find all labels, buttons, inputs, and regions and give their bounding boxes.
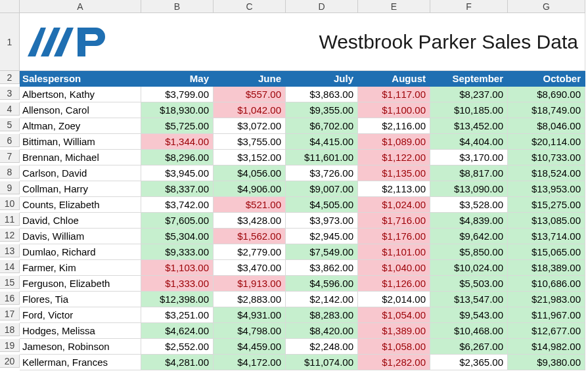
data-cell[interactable]: $3,152.00	[214, 150, 286, 165]
row-header-18[interactable]: 18	[0, 323, 20, 336]
data-cell[interactable]: $3,863.00	[286, 87, 358, 102]
row-header-20[interactable]: 20	[0, 355, 20, 368]
salesperson-cell[interactable]: Jameson, Robinson	[20, 339, 141, 355]
row-header-1[interactable]: 1	[0, 13, 20, 71]
data-cell[interactable]: $1,122.00	[358, 150, 430, 165]
data-cell[interactable]: $3,428.00	[214, 213, 286, 229]
data-cell[interactable]: $4,404.00	[430, 134, 508, 150]
data-cell[interactable]: $1,176.00	[358, 229, 430, 244]
data-cell[interactable]: $11,967.00	[508, 307, 585, 323]
data-cell[interactable]: $15,275.00	[508, 197, 585, 213]
row-header-9[interactable]: 9	[0, 181, 20, 194]
data-cell[interactable]: $5,503.00	[430, 276, 508, 292]
row-header-16[interactable]: 16	[0, 292, 20, 305]
data-cell[interactable]: $2,248.00	[286, 339, 358, 355]
col-header-D[interactable]: D	[286, 0, 358, 13]
salesperson-cell[interactable]: Allenson, Carol	[20, 102, 141, 118]
row-header-13[interactable]: 13	[0, 244, 20, 257]
data-cell[interactable]: $1,282.00	[358, 355, 430, 370]
data-cell[interactable]: $15,065.00	[508, 244, 585, 260]
salesperson-cell[interactable]: David, Chloe	[20, 213, 141, 229]
data-cell[interactable]: $9,333.00	[141, 244, 214, 260]
salesperson-cell[interactable]: Ford, Victor	[20, 307, 141, 323]
data-cell[interactable]: $1,562.00	[214, 229, 286, 244]
row-header-14[interactable]: 14	[0, 260, 20, 273]
data-cell[interactable]: $1,054.00	[358, 307, 430, 323]
data-cell[interactable]: $12,398.00	[141, 292, 214, 307]
data-cell[interactable]: $3,072.00	[214, 118, 286, 134]
salesperson-cell[interactable]: Altman, Zoey	[20, 118, 141, 134]
data-cell[interactable]: $8,237.00	[430, 87, 508, 102]
col-header-F[interactable]: F	[430, 0, 508, 13]
row-header-6[interactable]: 6	[0, 134, 20, 147]
data-cell[interactable]: $4,505.00	[286, 197, 358, 213]
row-header-2[interactable]: 2	[0, 71, 20, 84]
data-cell[interactable]: $11,601.00	[286, 150, 358, 165]
data-cell[interactable]: $4,624.00	[141, 323, 214, 339]
data-cell[interactable]: $6,267.00	[430, 339, 508, 355]
salesperson-cell[interactable]: Farmer, Kim	[20, 260, 141, 276]
salesperson-cell[interactable]: Kellerman, Frances	[20, 355, 141, 370]
col-header-G[interactable]: G	[508, 0, 585, 13]
data-cell[interactable]: $1,716.00	[358, 213, 430, 229]
data-cell[interactable]: $8,690.00	[508, 87, 585, 102]
header-july[interactable]: July	[286, 71, 358, 87]
data-cell[interactable]: $3,528.00	[430, 197, 508, 213]
row-header-7[interactable]: 7	[0, 150, 20, 163]
data-cell[interactable]: $8,283.00	[286, 307, 358, 323]
data-cell[interactable]: $1,024.00	[358, 197, 430, 213]
header-september[interactable]: September	[430, 71, 508, 87]
data-cell[interactable]: $11,074.00	[286, 355, 358, 370]
data-cell[interactable]: $21,983.00	[508, 292, 585, 307]
data-cell[interactable]: $3,742.00	[141, 197, 214, 213]
data-cell[interactable]: $10,185.00	[430, 102, 508, 118]
data-cell[interactable]: $4,281.00	[141, 355, 214, 370]
data-cell[interactable]: $1,126.00	[358, 276, 430, 292]
data-cell[interactable]: $3,726.00	[286, 165, 358, 181]
header-october[interactable]: October	[508, 71, 585, 87]
data-cell[interactable]: $8,296.00	[141, 150, 214, 165]
salesperson-cell[interactable]: Davis, William	[20, 229, 141, 244]
data-cell[interactable]: $4,172.00	[214, 355, 286, 370]
data-cell[interactable]: $521.00	[214, 197, 286, 213]
row-header-4[interactable]: 4	[0, 102, 20, 116]
data-cell[interactable]: $14,982.00	[508, 339, 585, 355]
data-cell[interactable]: $2,945.00	[286, 229, 358, 244]
col-header-E[interactable]: E	[358, 0, 430, 13]
col-header-C[interactable]: C	[214, 0, 286, 13]
data-cell[interactable]: $4,906.00	[214, 181, 286, 197]
salesperson-cell[interactable]: Dumlao, Richard	[20, 244, 141, 260]
select-all-corner[interactable]	[0, 0, 20, 13]
spreadsheet-grid[interactable]: A B C D E F G 1 Westbrook Parker Sales D…	[0, 0, 588, 370]
data-cell[interactable]: $1,042.00	[214, 102, 286, 118]
data-cell[interactable]: $12,677.00	[508, 323, 585, 339]
data-cell[interactable]: $13,085.00	[508, 213, 585, 229]
data-cell[interactable]: $18,749.00	[508, 102, 585, 118]
salesperson-cell[interactable]: Counts, Elizabeth	[20, 197, 141, 213]
data-cell[interactable]: $2,365.00	[430, 355, 508, 370]
data-cell[interactable]: $9,355.00	[286, 102, 358, 118]
data-cell[interactable]: $1,117.00	[358, 87, 430, 102]
col-header-A[interactable]: A	[20, 0, 141, 13]
data-cell[interactable]: $13,090.00	[430, 181, 508, 197]
row-header-11[interactable]: 11	[0, 213, 20, 226]
data-cell[interactable]: $2,552.00	[141, 339, 214, 355]
data-cell[interactable]: $3,973.00	[286, 213, 358, 229]
data-cell[interactable]: $1,040.00	[358, 260, 430, 276]
row-header-19[interactable]: 19	[0, 339, 20, 352]
header-may[interactable]: May	[141, 71, 214, 87]
data-cell[interactable]: $7,605.00	[141, 213, 214, 229]
salesperson-cell[interactable]: Collman, Harry	[20, 181, 141, 197]
data-cell[interactable]: $3,799.00	[141, 87, 214, 102]
data-cell[interactable]: $9,642.00	[430, 229, 508, 244]
salesperson-cell[interactable]: Ferguson, Elizabeth	[20, 276, 141, 292]
data-cell[interactable]: $9,543.00	[430, 307, 508, 323]
data-cell[interactable]: $1,089.00	[358, 134, 430, 150]
data-cell[interactable]: $20,114.00	[508, 134, 585, 150]
row-header-12[interactable]: 12	[0, 229, 20, 242]
data-cell[interactable]: $4,459.00	[214, 339, 286, 355]
data-cell[interactable]: $4,056.00	[214, 165, 286, 181]
data-cell[interactable]: $1,333.00	[141, 276, 214, 292]
salesperson-cell[interactable]: Albertson, Kathy	[20, 87, 141, 102]
row-header-8[interactable]: 8	[0, 165, 20, 179]
